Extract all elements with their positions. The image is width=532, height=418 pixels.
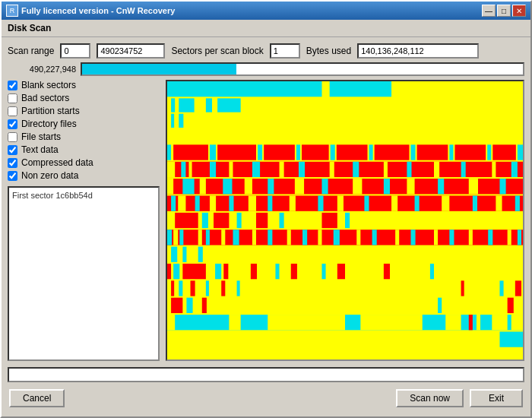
svg-rect-116 [171, 247, 177, 262]
svg-rect-67 [195, 195, 200, 211]
svg-rect-62 [469, 179, 478, 194]
bad-label: Bad sectors [21, 93, 69, 103]
info-box: First sector 1c6bb54d [8, 186, 160, 361]
svg-rect-43 [384, 162, 388, 177]
sectors-input[interactable] [270, 43, 300, 59]
svg-rect-35 [188, 162, 192, 177]
blank-checkbox[interactable] [8, 81, 17, 90]
svg-rect-79 [473, 195, 477, 211]
svg-rect-81 [515, 195, 520, 211]
minimize-button[interactable]: — [482, 5, 496, 17]
checkbox-directory: Directory files [8, 119, 160, 129]
svg-rect-148 [167, 298, 523, 313]
window-title: Fully licenced version - CnW Recovery [21, 6, 175, 15]
scan-now-button[interactable]: Scan now [396, 389, 464, 407]
scan-range-label: Scan range [8, 46, 54, 56]
svg-rect-52 [200, 179, 206, 194]
svg-rect-69 [229, 195, 233, 211]
svg-rect-72 [290, 195, 296, 211]
sectors-label: Sectors per scan block [171, 46, 263, 56]
checkbox-text: Text data [8, 144, 160, 155]
svg-rect-110 [449, 230, 454, 245]
svg-rect-163 [511, 315, 523, 330]
svg-rect-98 [233, 230, 239, 245]
svg-rect-157 [268, 315, 345, 330]
scan-start-input[interactable] [60, 43, 90, 59]
svg-rect-149 [171, 298, 182, 313]
partition-checkbox[interactable] [8, 106, 17, 116]
close-button[interactable]: ✕ [512, 5, 526, 17]
nonzero-checkbox[interactable] [8, 171, 17, 181]
svg-rect-37 [229, 162, 233, 177]
directory-checkbox[interactable] [8, 119, 17, 129]
checkbox-file: File starts [8, 131, 160, 142]
svg-rect-70 [249, 195, 256, 211]
svg-rect-88 [280, 213, 284, 228]
svg-rect-127 [251, 264, 257, 279]
svg-rect-68 [210, 195, 216, 211]
dialog-title: Disk Scan [8, 23, 51, 33]
bytes-label: Bytes used [306, 46, 351, 56]
svg-rect-71 [268, 195, 272, 211]
svg-rect-80 [496, 195, 502, 211]
svg-rect-114 [518, 230, 521, 245]
svg-rect-60 [407, 179, 414, 194]
scan-end-input[interactable] [97, 43, 165, 59]
svg-rect-141 [191, 280, 195, 296]
svg-rect-115 [167, 247, 523, 262]
cancel-button[interactable]: Cancel [9, 389, 65, 407]
svg-rect-94 [179, 230, 183, 245]
svg-rect-136 [407, 264, 411, 279]
svg-rect-99 [252, 230, 256, 245]
svg-rect-61 [438, 179, 444, 194]
left-panel: Blank sectors Bad sectors Partition star… [8, 80, 160, 361]
status-bar [8, 367, 524, 382]
svg-rect-24 [375, 144, 410, 160]
svg-rect-140 [179, 280, 182, 296]
svg-rect-28 [454, 144, 486, 160]
svg-rect-161 [477, 315, 480, 330]
maximize-button[interactable]: □ [497, 5, 511, 17]
svg-rect-159 [445, 315, 461, 330]
svg-rect-125 [223, 264, 228, 279]
text-checkbox[interactable] [8, 145, 17, 155]
svg-rect-54 [245, 179, 252, 194]
content-area: Scan range Sectors per scan block Bytes … [2, 37, 530, 416]
svg-rect-146 [499, 280, 503, 296]
exit-button[interactable]: Exit [470, 389, 523, 407]
svg-rect-18 [264, 144, 295, 160]
svg-rect-120 [167, 264, 171, 279]
svg-rect-87 [256, 213, 268, 228]
svg-rect-108 [410, 230, 415, 245]
svg-rect-105 [356, 230, 360, 245]
svg-rect-14 [173, 144, 208, 160]
svg-rect-30 [492, 144, 516, 160]
progress-fill [82, 64, 236, 74]
svg-rect-41 [330, 162, 334, 177]
svg-rect-153 [508, 298, 514, 313]
svg-rect-85 [214, 213, 229, 228]
text-label: Text data [21, 144, 59, 155]
svg-rect-123 [208, 264, 212, 279]
svg-rect-1 [167, 81, 321, 97]
svg-rect-102 [302, 230, 307, 245]
compressed-checkbox[interactable] [8, 158, 17, 168]
checkbox-partition: Partition starts [8, 106, 160, 116]
file-checkbox[interactable] [8, 132, 17, 142]
svg-rect-40 [299, 162, 305, 177]
svg-rect-33 [167, 162, 175, 177]
svg-rect-156 [229, 315, 240, 330]
svg-rect-57 [321, 179, 328, 194]
svg-rect-90 [345, 213, 350, 228]
scan-display [166, 80, 524, 361]
svg-rect-150 [186, 298, 192, 313]
svg-rect-166 [167, 349, 523, 359]
svg-rect-20 [302, 144, 329, 160]
progress-bar-container: 490,227,948 [8, 62, 524, 76]
svg-rect-9 [171, 114, 174, 128]
bytes-input[interactable] [357, 43, 479, 59]
checkbox-blank: Blank sectors [8, 80, 160, 90]
checkbox-nonzero: Non zero data [8, 170, 160, 181]
svg-rect-7 [217, 98, 241, 112]
bad-checkbox[interactable] [8, 93, 17, 103]
